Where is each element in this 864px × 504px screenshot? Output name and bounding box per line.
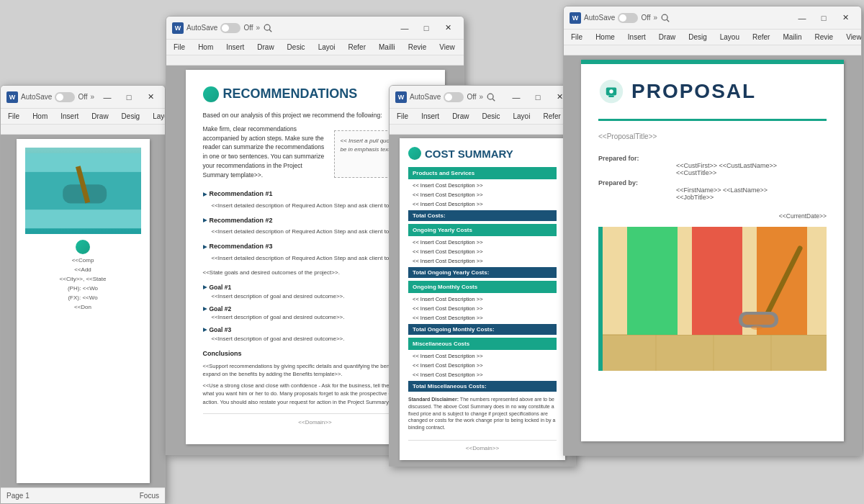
win1-fx: (FX): <<Wo (25, 294, 141, 301)
more-btn-4[interactable]: » (654, 14, 658, 22)
r4-desig[interactable]: Desig (685, 32, 710, 42)
prepared-by-value: <<FirstName>> <<LastName>><<JobTitle>> (676, 179, 827, 201)
r2-refer[interactable]: Refer (346, 42, 369, 53)
r2-maili[interactable]: Mailli (376, 42, 398, 53)
cost-item-2-2: << Insert Cost Description >> (408, 247, 557, 256)
autosave-label-3: AutoSave (410, 93, 441, 101)
cost-item-3-3: << Insert Cost Description >> (408, 313, 557, 323)
r3-desig[interactable]: Desic (479, 111, 503, 122)
search-icon-4[interactable] (660, 13, 670, 23)
svg-point-31 (751, 325, 762, 330)
ribbon-layout-1[interactable]: Layoi (150, 111, 166, 122)
proposal-title-line (598, 119, 827, 121)
autosave-toggle-1[interactable] (55, 92, 75, 102)
title-bar-2: W AutoSave Off » — □ ✕ (166, 17, 464, 40)
svg-rect-23 (692, 227, 742, 335)
win1-content: <<Comp <<Add <<City>>, <<State (PH): <<W… (17, 139, 150, 322)
ribbon-desig-1[interactable]: Desig (119, 111, 143, 122)
cost-item-1-3: << Insert Cost Description >> (408, 199, 557, 209)
window-1: W AutoSave Off » — □ ✕ File Hom Insert D… (0, 85, 166, 504)
r4-mailin[interactable]: Mailin (780, 32, 804, 42)
prepared-for-label: Prepared for: (598, 155, 670, 176)
r4-revie[interactable]: Revie (812, 32, 837, 42)
paint-scene-svg (598, 227, 827, 371)
svg-point-12 (609, 89, 613, 93)
close-btn-4[interactable]: ✕ (835, 10, 855, 26)
word-icon-2: W (172, 22, 184, 34)
autosave-4: AutoSave Off (584, 13, 651, 23)
proposal-title: PROPOSAL (631, 80, 756, 103)
r2-revie[interactable]: Revie (405, 42, 430, 53)
r4-home[interactable]: Home (593, 32, 618, 42)
svg-point-6 (487, 94, 493, 99)
r3-insert[interactable]: Insert (418, 111, 442, 122)
page-label-1: Page 1 (6, 492, 30, 500)
r2-draw[interactable]: Draw (254, 42, 276, 53)
minimize-btn-4[interactable]: — (792, 10, 812, 26)
r3-file[interactable]: File (394, 111, 411, 122)
ribbon-4: File Home Insert Draw Desig Layou Refer … (564, 30, 861, 45)
more-btn-1[interactable]: » (91, 93, 95, 101)
more-btn-2[interactable]: » (256, 24, 261, 32)
ribbon-3: File Insert Draw Desic Layoi Refer Maili… (390, 109, 575, 125)
r4-draw[interactable]: Draw (656, 32, 678, 42)
r3-draw[interactable]: Draw (449, 111, 472, 122)
ruler-3 (390, 125, 575, 135)
word-icon-3: W (395, 91, 407, 103)
r4-file[interactable]: File (568, 32, 585, 42)
ruler-4 (564, 45, 861, 55)
r2-view[interactable]: View (436, 42, 458, 53)
window-4: W AutoSave Off » — □ ✕ File Home Insert … (563, 6, 862, 456)
r2-file[interactable]: File (171, 42, 188, 53)
disclaimer-bold: Standard Disclaimer: (408, 397, 459, 402)
current-date: <<CurrentDate>> (598, 212, 827, 220)
r3-layout[interactable]: Layoi (510, 111, 534, 122)
r4-view[interactable]: View (843, 32, 862, 42)
win-controls-2: — □ ✕ (395, 20, 458, 36)
rec-pull-desc: Make firm, clear recommendations accompa… (203, 125, 328, 180)
svg-line-7 (492, 99, 495, 101)
minimize-btn-3[interactable]: — (506, 89, 526, 105)
svg-point-4 (264, 24, 270, 30)
r3-refer[interactable]: Refer (540, 111, 563, 122)
r2-layout[interactable]: Layoi (315, 42, 338, 53)
maximize-btn-4[interactable]: □ (814, 10, 834, 26)
search-icon-2[interactable] (263, 23, 273, 33)
r2-home[interactable]: Hom (195, 42, 216, 53)
r4-refer[interactable]: Refer (750, 32, 773, 42)
maximize-btn-2[interactable]: □ (416, 20, 436, 36)
svg-point-8 (662, 14, 667, 20)
cost-item-2-3: << Insert Cost Description >> (408, 256, 557, 266)
ribbon-insert-1[interactable]: Insert (58, 111, 81, 122)
ribbon-file-1[interactable]: File (5, 111, 22, 122)
doc-area-1: <<Comp <<Add <<City>>, <<State (PH): <<W… (1, 135, 165, 487)
ribbon-2: File Hom Insert Draw Desic Layoi Refer M… (166, 40, 464, 55)
svg-rect-13 (608, 95, 613, 97)
autosave-toggle-4[interactable] (618, 13, 638, 23)
ribbon-home-1[interactable]: Hom (30, 111, 50, 122)
ruler-1 (1, 125, 165, 135)
maximize-btn-1[interactable]: □ (119, 89, 139, 105)
r2-insert[interactable]: Insert (223, 42, 247, 53)
autosave-toggle-3[interactable] (444, 92, 464, 102)
r4-insert[interactable]: Insert (625, 32, 649, 42)
ongoing-monthly-header: Ongoing Monthly Costs (408, 281, 557, 293)
minimize-btn-1[interactable]: — (97, 89, 117, 105)
r2-desig[interactable]: Desic (284, 42, 308, 53)
ruler-2 (166, 55, 464, 66)
autosave-toggle-2[interactable] (220, 23, 240, 33)
r4-layout[interactable]: Layou (717, 32, 742, 42)
svg-line-9 (667, 19, 669, 22)
minimize-btn-2[interactable]: — (395, 20, 415, 36)
svg-rect-30 (742, 315, 775, 325)
more-btn-3[interactable]: » (480, 93, 484, 101)
word-icon-4: W (570, 12, 581, 24)
autosave-3: AutoSave Off (410, 92, 477, 102)
doc-area-4: PROPOSAL <<ProposalTitle>> Prepared for:… (564, 55, 861, 456)
close-btn-1[interactable]: ✕ (140, 89, 161, 105)
status-right-1: Focus (140, 492, 159, 500)
maximize-btn-3[interactable]: □ (528, 89, 548, 105)
close-btn-2[interactable]: ✕ (438, 20, 458, 36)
search-icon-3[interactable] (486, 92, 496, 102)
ribbon-draw-1[interactable]: Draw (89, 111, 111, 122)
